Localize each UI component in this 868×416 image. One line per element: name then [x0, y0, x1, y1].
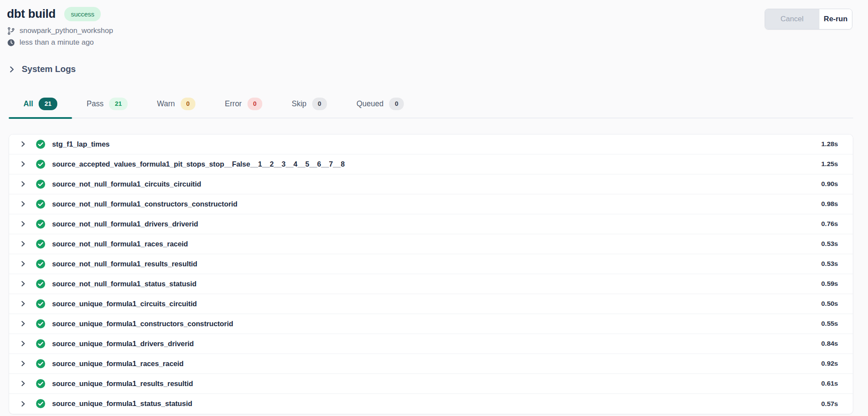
time-ago: less than a minute ago: [20, 38, 94, 47]
tab-label: Error: [225, 99, 242, 108]
result-duration: 0.92s: [821, 360, 838, 367]
row-expand-chevron-icon[interactable]: [20, 400, 26, 407]
pass-check-icon: [36, 359, 45, 368]
row-expand-chevron-icon[interactable]: [20, 260, 26, 267]
result-row[interactable]: stg_f1_lap_times 1.28s: [9, 134, 853, 154]
pass-check-icon: [36, 319, 45, 328]
result-duration: 0.90s: [821, 180, 838, 188]
branch-meta: snowpark_python_workshop: [7, 26, 868, 35]
pass-check-icon: [36, 299, 45, 308]
result-name: source_not_null_formula1_results_resulti…: [52, 260, 197, 268]
result-name: stg_f1_lap_times: [52, 140, 109, 148]
pass-check-icon: [36, 180, 45, 189]
result-name: source_unique_formula1_results_resultid: [52, 380, 193, 388]
tab-label: Pass: [87, 99, 104, 108]
result-row[interactable]: source_not_null_formula1_constructors_co…: [9, 194, 853, 214]
system-logs-toggle[interactable]: System Logs: [8, 64, 76, 74]
pass-check-icon: [36, 399, 45, 408]
pass-check-icon: [36, 160, 45, 169]
result-name: source_not_null_formula1_circuits_circui…: [52, 180, 201, 188]
tab-label: Queued: [356, 99, 383, 108]
tab-skip[interactable]: Skip 0: [277, 93, 342, 118]
result-row[interactable]: source_unique_formula1_status_statusid 0…: [9, 394, 853, 414]
pass-check-icon: [36, 259, 45, 269]
pass-check-icon: [36, 140, 45, 149]
row-expand-chevron-icon[interactable]: [20, 320, 26, 327]
tab-warn[interactable]: Warn 0: [142, 93, 210, 118]
tab-error[interactable]: Error 0: [210, 93, 277, 118]
result-duration: 0.55s: [821, 320, 838, 328]
tab-count-badge: 0: [312, 98, 327, 110]
row-expand-chevron-icon[interactable]: [20, 360, 26, 367]
clock-icon: [7, 39, 15, 47]
pass-check-icon: [36, 239, 45, 249]
result-row[interactable]: source_unique_formula1_circuits_circuiti…: [9, 294, 853, 314]
result-row[interactable]: source_not_null_formula1_status_statusid…: [9, 274, 853, 294]
results-list: stg_f1_lap_times 1.28s source_accepted_v…: [9, 134, 853, 414]
result-duration: 1.28s: [821, 140, 838, 148]
system-logs-label: System Logs: [22, 64, 76, 74]
result-name: source_accepted_values_formula1_pit_stop…: [52, 160, 345, 168]
result-row[interactable]: source_accepted_values_formula1_pit_stop…: [9, 154, 853, 174]
result-duration: 0.98s: [821, 200, 838, 208]
result-row[interactable]: source_not_null_formula1_races_raceid 0.…: [9, 234, 853, 254]
row-expand-chevron-icon[interactable]: [20, 240, 26, 247]
result-duration: 0.61s: [821, 380, 838, 387]
result-row[interactable]: source_unique_formula1_drivers_driverid …: [9, 334, 853, 354]
tab-label: Warn: [157, 99, 175, 108]
header-actions: Cancel Re-run: [765, 9, 852, 29]
page-title: dbt build: [7, 7, 56, 21]
result-duration: 0.76s: [821, 220, 838, 228]
row-expand-chevron-icon[interactable]: [20, 180, 26, 187]
row-expand-chevron-icon[interactable]: [20, 380, 26, 387]
result-name: source_not_null_formula1_constructors_co…: [52, 200, 238, 208]
result-row[interactable]: source_unique_formula1_constructors_cons…: [9, 314, 853, 334]
row-expand-chevron-icon[interactable]: [20, 200, 26, 207]
result-row[interactable]: source_unique_formula1_races_raceid 0.92…: [9, 354, 853, 374]
row-expand-chevron-icon[interactable]: [20, 300, 26, 307]
result-duration: 0.57s: [821, 400, 838, 408]
row-expand-chevron-icon[interactable]: [20, 141, 26, 147]
result-duration: 0.50s: [821, 300, 838, 308]
tab-all[interactable]: All 21: [9, 93, 72, 118]
row-expand-chevron-icon[interactable]: [20, 161, 26, 167]
result-row[interactable]: source_not_null_formula1_circuits_circui…: [9, 174, 853, 194]
cancel-button[interactable]: Cancel: [765, 9, 819, 29]
pass-check-icon: [36, 200, 45, 209]
result-name: source_not_null_formula1_races_raceid: [52, 240, 188, 248]
run-meta: snowpark_python_workshop less than a min…: [7, 26, 868, 47]
result-name: source_not_null_formula1_status_statusid: [52, 280, 197, 288]
result-duration: 0.84s: [821, 340, 838, 347]
result-row[interactable]: source_not_null_formula1_drivers_driveri…: [9, 214, 853, 234]
time-meta: less than a minute ago: [7, 38, 868, 47]
result-row[interactable]: source_not_null_formula1_results_resulti…: [9, 254, 853, 274]
tab-pass[interactable]: Pass 21: [72, 93, 142, 118]
tab-count-badge: 0: [181, 98, 195, 110]
result-name: source_unique_formula1_circuits_circuiti…: [52, 300, 197, 308]
tab-count-badge: 21: [109, 98, 127, 110]
result-row[interactable]: source_unique_formula1_results_resultid …: [9, 374, 853, 394]
row-expand-chevron-icon[interactable]: [20, 340, 26, 347]
row-expand-chevron-icon[interactable]: [20, 280, 26, 287]
result-name: source_unique_formula1_constructors_cons…: [52, 320, 233, 328]
row-expand-chevron-icon[interactable]: [20, 220, 26, 227]
tab-queued[interactable]: Queued 0: [342, 93, 419, 118]
tab-label: Skip: [292, 99, 307, 108]
result-duration: 0.53s: [821, 260, 838, 268]
run-header: dbt build success snowpark_python_worksh…: [0, 0, 868, 47]
chevron-right-icon: [8, 66, 16, 73]
rerun-button[interactable]: Re-run: [819, 9, 852, 29]
title-row: dbt build success: [7, 7, 868, 21]
pass-check-icon: [36, 379, 45, 388]
tab-bar: All 21 Pass 21 Warn 0 Error 0 Skip 0 Que…: [9, 93, 853, 118]
result-duration: 0.59s: [821, 280, 838, 288]
status-badge: success: [64, 7, 101, 21]
pass-check-icon: [36, 339, 45, 348]
result-name: source_unique_formula1_drivers_driverid: [52, 340, 194, 348]
result-duration: 1.25s: [821, 160, 838, 168]
tab-count-badge: 0: [248, 98, 262, 110]
branch-name: snowpark_python_workshop: [20, 26, 113, 35]
result-name: source_unique_formula1_races_raceid: [52, 360, 184, 368]
tab-count-badge: 21: [39, 98, 57, 110]
git-branch-icon: [7, 27, 15, 35]
